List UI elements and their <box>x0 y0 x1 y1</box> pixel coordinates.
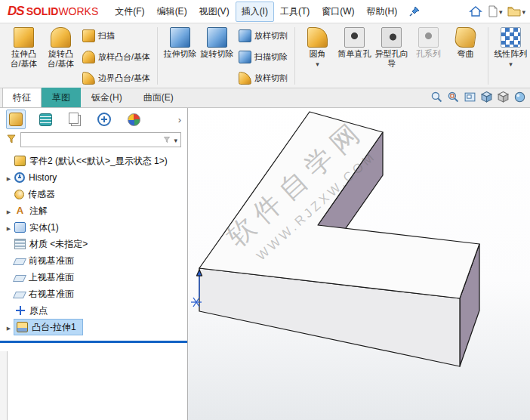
revolved-boss-button[interactable]: 旋转凸台/基体 <box>42 25 79 71</box>
tab-features[interactable]: 特征 <box>2 88 42 107</box>
lofted-cut-button[interactable]: 放样切割 <box>236 26 291 45</box>
tree-item-annotations[interactable]: 注解 <box>0 202 187 219</box>
menu-insert[interactable]: 插入(I) <box>236 2 274 22</box>
menu-help[interactable]: 帮助(H) <box>361 2 404 22</box>
dimxpertmanager-tab[interactable] <box>94 110 114 129</box>
extruded-boss-icon <box>14 27 34 48</box>
expand-arrow-icon[interactable] <box>4 322 14 332</box>
tree-item-label: 原点 <box>29 304 48 317</box>
button-label: 放样切割 <box>254 73 288 84</box>
extruded-cut-button[interactable]: 拉伸切除 <box>162 25 199 61</box>
logo-works-text: WORKS <box>58 5 98 17</box>
menubar-quick-icons <box>469 5 527 17</box>
viewport-3d[interactable]: 软件自学网 WWW.RJZXW.COM <box>188 108 530 420</box>
home-icon[interactable] <box>469 5 482 17</box>
feature-manager-panel: 零件2 (默认<<默认>_显示状态 1>) History 传感器 注解 实体( <box>0 108 188 420</box>
selected-tree-item[interactable]: 凸台-拉伸1 <box>14 319 83 335</box>
boss-small-column: 扫描 放样凸台/基体 边界凸台/基体 <box>79 25 153 88</box>
expand-arrow-icon[interactable] <box>4 172 14 183</box>
new-document-caret-icon[interactable] <box>499 6 503 17</box>
fillet-icon <box>307 27 328 48</box>
rollback-bar[interactable] <box>0 341 187 343</box>
swept-cut-button[interactable]: 扫描切除 <box>236 48 291 66</box>
expand-arrow-icon[interactable] <box>4 205 14 216</box>
ribbon-separator <box>488 27 488 85</box>
open-document-icon[interactable] <box>507 6 525 17</box>
tree-item-right-plane[interactable]: 右视基准面 <box>0 286 187 302</box>
tab-sketch[interactable]: 草图 <box>42 88 81 107</box>
button-label: 放样凸台/基体 <box>98 51 150 63</box>
fillet-button[interactable]: 圆角 <box>299 25 336 71</box>
boundary-boss-button[interactable]: 边界凸台/基体 <box>79 69 153 87</box>
swept-boss-button[interactable]: 扫描 <box>79 26 153 45</box>
fillet-caret-icon[interactable] <box>316 59 319 69</box>
configurationmanager-icon <box>69 113 79 124</box>
tab-sheet-metal[interactable]: 钣金(H) <box>81 88 133 107</box>
zoom-area-icon[interactable] <box>447 91 460 103</box>
tree-item-label: 凸台-拉伸1 <box>32 321 76 334</box>
pin-icon[interactable] <box>409 6 420 17</box>
tree-item-sensors[interactable]: 传感器 <box>0 186 187 202</box>
new-document-icon[interactable] <box>488 5 503 17</box>
panel-expand-chevron-icon[interactable] <box>178 114 181 125</box>
display-style-icon[interactable] <box>513 91 526 103</box>
tab-surfaces[interactable]: 曲面(E) <box>133 88 184 107</box>
boss-extrude-icon <box>17 322 28 332</box>
hole-wizard-button[interactable]: 异型孔向导 <box>373 25 410 71</box>
extruded-boss-button[interactable]: 拉伸凸台/基体 <box>5 25 42 71</box>
configurationmanager-tab[interactable] <box>65 110 85 129</box>
menu-window[interactable]: 窗口(W) <box>316 2 360 22</box>
menu-edit[interactable]: 编辑(E) <box>151 2 193 22</box>
ribbon-group-features: 圆角 简单直孔 异型孔向导 孔系列 弯曲 <box>297 24 486 88</box>
section-view-icon[interactable] <box>480 91 493 103</box>
swept-cut-icon <box>239 51 251 63</box>
revolved-cut-button[interactable]: 旋转切除 <box>199 25 236 61</box>
ribbon-group-boss: 拉伸凸台/基体 旋转凸台/基体 扫描 放样凸台/基体 边界凸台/基体 <box>3 24 156 88</box>
revolved-cut-icon <box>207 27 227 48</box>
button-label: 扫描 <box>98 30 115 42</box>
command-ribbon: 拉伸凸台/基体 旋转凸台/基体 扫描 放样凸台/基体 边界凸台/基体 拉伸切除 <box>0 23 530 88</box>
simple-hole-button[interactable]: 简单直孔 <box>336 25 373 61</box>
featuremanager-tab[interactable] <box>6 110 26 129</box>
expand-arrow-icon[interactable] <box>4 222 14 233</box>
collapsed-pane-strip[interactable] <box>0 351 8 420</box>
menu-file[interactable]: 文件(F) <box>109 2 150 22</box>
tree-filter-input[interactable] <box>20 132 181 147</box>
propertymanager-tab[interactable] <box>35 110 55 129</box>
displaymanager-tab[interactable] <box>124 110 143 129</box>
tree-item-history[interactable]: History <box>0 169 187 186</box>
tree-item-solid-bodies[interactable]: 实体(1) <box>0 219 187 236</box>
part-3d-model[interactable] <box>188 108 530 420</box>
linear-pattern-button[interactable]: 线性阵列 <box>492 25 529 71</box>
lofted-cut-icon-2 <box>239 72 251 85</box>
zoom-fit-icon[interactable] <box>430 91 443 103</box>
tree-item-boss-extrude1[interactable]: 凸台-拉伸1 <box>0 319 187 335</box>
button-label: 线性阵列 <box>495 49 528 59</box>
tree-item-front-plane[interactable]: 前视基准面 <box>0 252 187 269</box>
part-icon <box>14 156 26 166</box>
button-label: 异型孔向导 <box>374 49 409 69</box>
tree-item-top-plane[interactable]: 上视基准面 <box>0 269 187 286</box>
button-label: 拉伸切除 <box>164 49 197 59</box>
open-document-caret-icon[interactable] <box>522 6 525 17</box>
tree-item-label: 传感器 <box>28 188 55 201</box>
origin-icon <box>14 305 26 316</box>
tree-item-material[interactable]: 材质 <未指定> <box>0 236 187 252</box>
zoom-window-icon[interactable] <box>464 91 476 103</box>
menu-view[interactable]: 视图(V) <box>193 2 236 22</box>
ribbon-separator <box>294 27 295 85</box>
tree-root-part[interactable]: 零件2 (默认<<默认>_显示状态 1>) <box>0 153 187 169</box>
linear-pattern-icon <box>501 27 521 48</box>
swept-boss-icon <box>82 29 95 42</box>
ribbon-group-cut: 拉伸切除 旋转切除 放样切割 扫描切除 放样切割 <box>159 24 293 88</box>
lofted-boss-button[interactable]: 放样凸台/基体 <box>79 48 153 66</box>
linear-pattern-caret-icon[interactable] <box>509 59 513 69</box>
view-orientation-icon[interactable] <box>497 91 510 103</box>
filter-caret-icon[interactable] <box>174 134 177 145</box>
tree-item-origin[interactable]: 原点 <box>0 302 187 319</box>
flex-button[interactable]: 弯曲 <box>447 25 484 61</box>
extruded-cut-icon <box>170 27 190 48</box>
menu-tools[interactable]: 工具(T) <box>274 2 316 22</box>
lofted-cut-button-2[interactable]: 放样切割 <box>236 69 291 87</box>
dimxpertmanager-icon <box>97 113 111 126</box>
